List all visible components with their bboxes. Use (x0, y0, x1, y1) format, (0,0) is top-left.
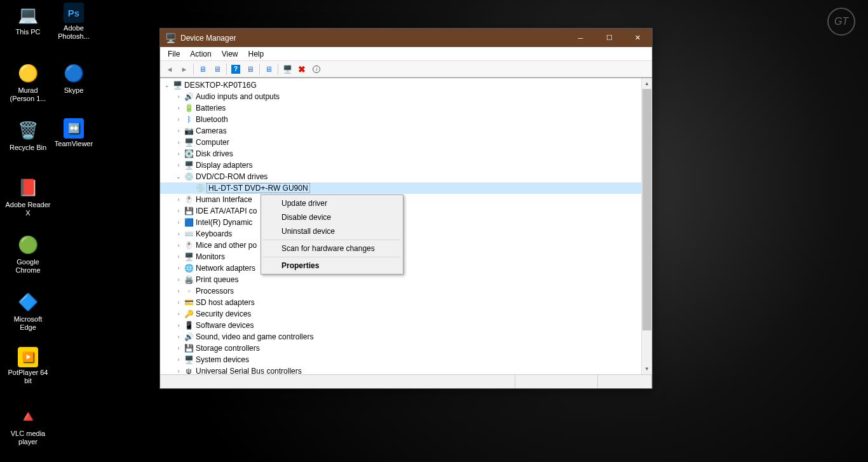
desktop-icon[interactable]: ▶️PotPlayer 64 bit (5, 347, 51, 385)
menu-action[interactable]: Action (185, 48, 216, 60)
desktop-icon[interactable]: 🔷Microsoft Edge (5, 290, 51, 332)
desktop-icon[interactable]: 🟡Murad (Person 1... (5, 61, 51, 103)
desktop-icon[interactable]: 🔺VLC media player (5, 404, 51, 446)
menu-help[interactable]: Help (243, 48, 269, 60)
menu-item-update-driver[interactable]: Update driver (262, 196, 402, 210)
scroll-up-button[interactable]: ▲ (642, 78, 652, 89)
tree-item-label: IDE ATA/ATAPI co (196, 207, 257, 215)
tree-item[interactable]: ›💳SD host adapters (160, 297, 641, 308)
scroll-down-button[interactable]: ▼ (642, 363, 652, 374)
app-icon: 💻 (16, 3, 40, 27)
tree-item[interactable]: ›🖥️System devices (160, 354, 641, 365)
expand-icon[interactable]: › (174, 276, 183, 283)
expand-icon[interactable]: › (174, 265, 183, 271)
expand-icon[interactable]: › (174, 299, 183, 306)
menu-separator (263, 240, 401, 240)
tree-item-label: DVD/CD-ROM drives (196, 172, 268, 181)
desktop-icon[interactable]: 📕Adobe Reader X (5, 175, 51, 217)
menu-item-disable-device[interactable]: Disable device (262, 210, 402, 224)
toolbar-monitor1-button[interactable]: 🖥 (196, 62, 210, 76)
desktop-icon[interactable]: PsAdobe Photosh... (51, 3, 97, 41)
collapse-icon[interactable]: ⌄ (174, 173, 183, 180)
expand-icon[interactable]: › (174, 311, 183, 317)
toolbar-help-button[interactable]: ? (229, 62, 243, 76)
title-bar[interactable]: 🖥️ Device Manager ─ ☐ ✕ (160, 29, 652, 47)
expand-icon[interactable]: › (174, 242, 183, 248)
expand-icon[interactable]: › (174, 208, 183, 214)
toolbar-back-button[interactable]: ◄ (163, 62, 177, 76)
toolbar-update-button[interactable]: ↓ (309, 62, 323, 76)
tree-item[interactable]: 💿HL-DT-ST DVD+-RW GU90N (160, 182, 641, 194)
maximize-button[interactable]: ☐ (595, 29, 623, 47)
expand-icon[interactable]: › (174, 254, 183, 260)
toolbar-forward-button[interactable]: ► (177, 62, 191, 76)
menu-item-scan-for-hardware-changes[interactable]: Scan for hardware changes (262, 241, 402, 255)
expand-icon[interactable]: › (174, 357, 183, 363)
expand-icon[interactable]: › (174, 105, 183, 111)
desktop-icon[interactable]: 🟢Google Chrome (5, 233, 51, 275)
minimize-button[interactable]: ─ (566, 29, 595, 47)
expand-icon[interactable]: › (174, 162, 183, 168)
tree-item-label: Mice and other po (196, 241, 257, 250)
tree-item[interactable]: ›💾Storage controllers (160, 343, 641, 354)
toolbar-scan-button[interactable]: 🖥️ (280, 62, 294, 76)
device-icon: 🖱️ (184, 194, 194, 205)
tree-item-label: Batteries (196, 104, 226, 112)
menu-item-uninstall-device[interactable]: Uninstall device (262, 224, 402, 238)
icon-label: Murad (Person 1... (5, 86, 51, 103)
desktop-icon[interactable]: 🔵Skype (51, 61, 97, 95)
content-area: ⌄🖥️DESKTOP-KP0T16G›🔊Audio inputs and out… (160, 78, 652, 374)
expand-icon[interactable]: › (174, 151, 183, 157)
toolbar-monitor4-button[interactable]: 🖥 (262, 62, 276, 76)
toolbar-disable-button[interactable]: ✖ (295, 62, 309, 76)
expand-icon[interactable]: › (174, 196, 183, 203)
expand-icon[interactable]: › (174, 334, 183, 340)
menu-view[interactable]: View (217, 48, 243, 60)
tree-item[interactable]: ›ψUniversal Serial Bus controllers (160, 365, 641, 374)
menu-item-properties[interactable]: Properties (262, 259, 402, 273)
tree-item[interactable]: ›🔊Sound, video and game controllers (160, 331, 641, 343)
tree-item[interactable]: ›🔑Security devices (160, 308, 641, 320)
close-button[interactable]: ✕ (623, 29, 652, 47)
tree-item[interactable]: ›📷Cameras (160, 125, 641, 137)
device-icon: 🖥️ (172, 80, 182, 90)
collapse-icon[interactable]: ⌄ (163, 82, 172, 88)
expand-icon[interactable]: › (174, 288, 183, 294)
tree-item[interactable]: ›🖥️Display adapters (160, 160, 641, 171)
desktop-icon[interactable]: ↔️TeamViewer (51, 118, 97, 148)
tree-item[interactable]: ›📱Software devices (160, 320, 641, 331)
expand-icon[interactable]: › (174, 368, 183, 374)
desktop-icon[interactable]: 🗑️Recycle Bin (5, 118, 51, 152)
device-icon: 📷 (184, 126, 194, 136)
menu-file[interactable]: File (163, 48, 185, 60)
expand-icon[interactable]: › (174, 93, 183, 100)
icon-label: Adobe Reader X (5, 201, 51, 217)
device-icon: 🔑 (184, 309, 194, 319)
expand-icon[interactable]: › (174, 128, 183, 134)
app-icon: 🟢 (16, 233, 40, 257)
toolbar-monitor3-button[interactable]: 🖥 (243, 62, 257, 76)
expand-icon[interactable]: › (174, 231, 183, 237)
tree-item[interactable]: ⌄🖥️DESKTOP-KP0T16G (160, 79, 641, 91)
tree-item[interactable]: ›▫️Processors (160, 285, 641, 297)
tree-item-label: Human Interface (196, 195, 252, 204)
device-icon: 🖥️ (184, 355, 194, 365)
tree-item[interactable]: ›🖥️Computer (160, 137, 641, 148)
tree-item[interactable]: ⌄💿DVD/CD-ROM drives (160, 171, 641, 182)
tree-item[interactable]: ›🔋Batteries (160, 102, 641, 114)
tree-item[interactable]: ›ᛒBluetooth (160, 114, 641, 125)
toolbar-monitor2-button[interactable]: 🖥 (210, 62, 224, 76)
tree-item[interactable]: ›🔊Audio inputs and outputs (160, 91, 641, 102)
expand-icon[interactable]: › (174, 116, 183, 123)
vertical-scrollbar[interactable]: ▲ ▼ (641, 78, 652, 374)
tree-item[interactable]: ›💽Disk drives (160, 148, 641, 160)
expand-icon[interactable]: › (174, 345, 183, 351)
expand-icon[interactable]: › (174, 322, 183, 329)
tree-item[interactable]: ›🖨️Print queues (160, 274, 641, 285)
scroll-thumb[interactable] (642, 89, 651, 330)
expand-icon[interactable]: › (174, 139, 183, 146)
device-icon: ⌨️ (184, 229, 194, 239)
device-icon: 🖥️ (184, 252, 194, 262)
expand-icon[interactable]: › (174, 219, 183, 226)
desktop-icon[interactable]: 💻This PC (5, 3, 51, 36)
